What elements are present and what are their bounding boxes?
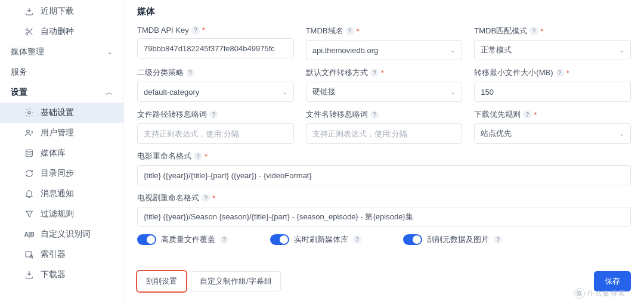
toggle-refresh[interactable]: 实时刷新媒体库?: [270, 234, 361, 245]
nav-label: 近期下载: [41, 6, 74, 17]
database-icon: [24, 148, 35, 158]
chevron-down-icon: ⌄: [450, 46, 456, 54]
nav-media-library[interactable]: 媒体库: [0, 143, 123, 163]
label-domain: TMDB域名?*: [306, 26, 463, 36]
bell-icon: [24, 189, 35, 198]
help-icon[interactable]: ?: [523, 110, 531, 119]
help-icon[interactable]: ?: [353, 235, 361, 244]
input-moviefmt[interactable]: [137, 165, 631, 185]
input-pathignore[interactable]: [137, 123, 294, 144]
select-matchmode[interactable]: 正常模式⌄: [474, 40, 631, 60]
label-defmove: 默认文件转移方式?*: [306, 67, 463, 78]
svg-point-4: [26, 150, 33, 152]
gear-icon: [24, 108, 35, 117]
download-icon: [24, 270, 35, 280]
nav-label: 下载器: [41, 269, 66, 280]
nav-label: 过滤规则: [41, 209, 74, 219]
help-icon[interactable]: ?: [209, 110, 218, 119]
nav-filter-rules[interactable]: 过滤规则: [0, 204, 123, 224]
label-pathignore: 文件路径转移忽略词?: [137, 109, 294, 120]
select-dlpriority[interactable]: 站点优先⌄: [474, 123, 631, 144]
filter-icon: [24, 209, 35, 219]
help-icon[interactable]: ?: [494, 235, 502, 244]
svg-point-3: [27, 130, 30, 133]
sync-icon: [24, 169, 35, 178]
help-icon[interactable]: ?: [530, 27, 538, 35]
text-icon: A|B: [24, 231, 35, 238]
nav-base-settings[interactable]: 基础设置: [0, 103, 123, 123]
nav-label: 消息通知: [41, 188, 74, 199]
search-list-icon: [24, 250, 35, 259]
section-title: 媒体: [137, 6, 631, 17]
input-minsize[interactable]: [474, 82, 631, 102]
toggle-scrape[interactable]: 刮削元数据及图片?: [403, 234, 502, 245]
help-icon[interactable]: ?: [220, 235, 228, 244]
chevron-down-icon: ⌄: [619, 46, 624, 54]
label-l2cat: 二级分类策略?: [137, 67, 294, 78]
nav-group-label: 设置: [11, 87, 27, 98]
switch-on[interactable]: [137, 234, 156, 245]
help-icon[interactable]: ?: [191, 26, 200, 35]
help-icon[interactable]: ?: [370, 110, 379, 119]
label-moviefmt: 电影重命名格式?*: [137, 151, 631, 162]
scissors-icon: [24, 27, 35, 36]
nav-label: 媒体库: [41, 148, 66, 159]
nav-user-manage[interactable]: 用户管理: [0, 123, 123, 143]
nav-label: 基础设置: [41, 107, 74, 118]
download-icon: [24, 7, 35, 16]
toggle-hq[interactable]: 高质量文件覆盖?: [137, 234, 228, 245]
sidebar: 近期下载 自动删种 媒体整理 ⌄ 服务 设置 ︿ 基础设置 用户管理 媒体库 目…: [0, 0, 124, 301]
switch-on[interactable]: [403, 234, 422, 245]
nav-notifications[interactable]: 消息通知: [0, 184, 123, 204]
label-matchmode: TMDB匹配模式?*: [474, 26, 631, 36]
nav-auto-delete[interactable]: 自动删种: [0, 21, 123, 42]
nav-label: 用户管理: [41, 128, 74, 138]
select-defmove[interactable]: 硬链接⌄: [306, 82, 463, 102]
tab-custom-group[interactable]: 自定义制作组/字幕组: [191, 271, 281, 291]
chevron-up-icon: ︿: [106, 88, 113, 98]
save-button[interactable]: 保存: [594, 271, 631, 291]
label-tvfmt: 电视剧重命名格式?*: [137, 193, 631, 203]
switch-on[interactable]: [270, 234, 289, 245]
nav-group-media[interactable]: 媒体整理 ⌄: [0, 42, 123, 62]
chevron-down-icon: ⌄: [619, 130, 624, 138]
input-nameignore[interactable]: [306, 123, 463, 144]
select-domain[interactable]: api.themoviedb.org⌄: [306, 40, 463, 60]
nav-custom-words[interactable]: A|B 自定义识别词: [0, 224, 123, 244]
input-apikey[interactable]: [137, 38, 294, 58]
input-tvfmt[interactable]: [137, 207, 631, 227]
svg-point-2: [28, 111, 30, 114]
chevron-down-icon: ⌄: [450, 88, 456, 96]
footer-tabs: 刮削设置 自定义制作组/字幕组: [137, 271, 286, 291]
help-icon[interactable]: ?: [194, 152, 202, 160]
nav-indexer[interactable]: 索引器: [0, 244, 123, 265]
chevron-down-icon: ⌄: [107, 48, 113, 56]
help-icon[interactable]: ?: [202, 194, 210, 202]
nav-label: 自动删种: [41, 26, 74, 37]
nav-recent-downloads[interactable]: 近期下载: [0, 1, 123, 21]
nav-group-settings[interactable]: 设置 ︿: [0, 82, 123, 103]
select-l2cat[interactable]: default-category⌄: [137, 82, 294, 102]
nav-label: 自定义识别词: [41, 229, 91, 240]
nav-label: 索引器: [41, 249, 66, 260]
label-minsize: 转移最小文件大小(MB)?*: [474, 67, 631, 78]
nav-downloader[interactable]: 下载器: [0, 265, 123, 285]
label-dlpriority: 下载优先规则?*: [474, 109, 631, 120]
nav-dir-sync[interactable]: 目录同步: [0, 163, 123, 184]
label-nameignore: 文件名转移忽略词?: [306, 109, 463, 120]
nav-group-label: 服务: [11, 67, 27, 77]
label-apikey: TMDB API Key?*: [137, 26, 294, 35]
main-content: 媒体 TMDB API Key?* TMDB域名?* api.themovied…: [124, 0, 644, 301]
nav-group-label: 媒体整理: [11, 46, 44, 57]
chevron-down-icon: ⌄: [282, 88, 287, 96]
tab-scrape-settings[interactable]: 刮削设置: [137, 271, 186, 291]
help-icon[interactable]: ?: [556, 69, 564, 77]
nav-group-service[interactable]: 服务: [0, 62, 123, 82]
nav-label: 目录同步: [41, 168, 74, 179]
help-icon[interactable]: ?: [186, 69, 194, 77]
help-icon[interactable]: ?: [370, 69, 379, 77]
users-icon: [24, 128, 35, 138]
help-icon[interactable]: ?: [346, 27, 354, 35]
